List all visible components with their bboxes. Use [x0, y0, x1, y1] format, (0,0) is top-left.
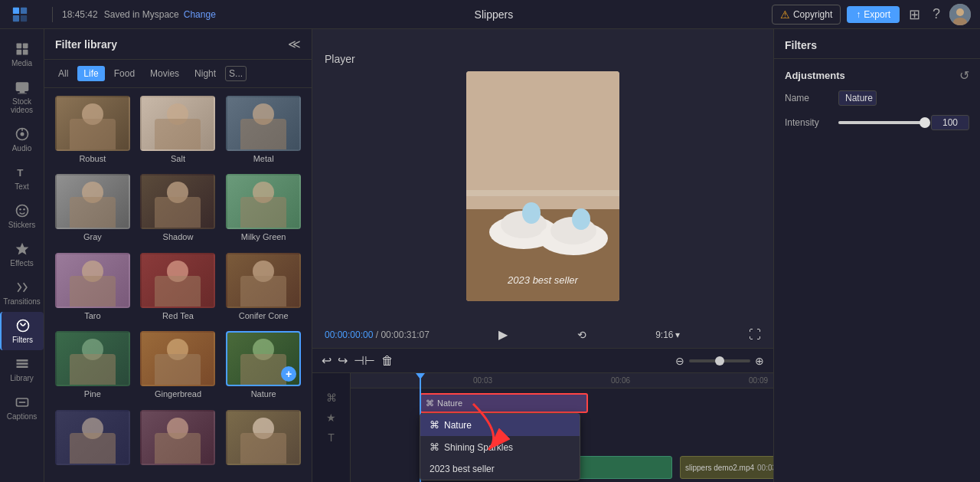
player-header: Player	[325, 50, 761, 71]
intensity-thumb[interactable]	[920, 117, 930, 128]
sidebar-item-transitions[interactable]: Transitions	[0, 274, 44, 312]
sidebar-item-effects[interactable]: Effects	[0, 235, 44, 274]
tab-life[interactable]: Life	[77, 66, 104, 81]
filter-item-shadow[interactable]: Shadow	[138, 174, 219, 248]
sidebar-item-filters[interactable]: Filters	[0, 312, 44, 350]
tab-night[interactable]: Night	[188, 66, 222, 81]
filter-item-nature[interactable]: + Nature	[223, 331, 304, 405]
filter-thumb-salt[interactable]	[140, 96, 215, 151]
filter-item-metal[interactable]: Metal	[223, 96, 304, 169]
filter-thumb-gray[interactable]	[55, 174, 130, 229]
layer-menu-item-text[interactable]: 2023 best seller	[420, 458, 580, 480]
filter-item-gray[interactable]: Gray	[52, 174, 133, 248]
intensity-slider[interactable]	[838, 121, 925, 124]
app-logo[interactable]	[9, 4, 31, 25]
filter-label-salt: Salt	[171, 154, 185, 163]
layer-menu-item-nature[interactable]: ⌘ Nature	[420, 414, 580, 436]
svg-rect-10	[22, 50, 28, 55]
zoom-in-button[interactable]: ⊕	[755, 355, 764, 367]
filter-thumb-milkygreen[interactable]	[226, 174, 301, 229]
filter-thumb-taro[interactable]	[55, 253, 130, 308]
svg-text:T: T	[17, 167, 23, 179]
layer-menu-item-sparkles[interactable]: ⌘ Shining Sparkles	[420, 436, 580, 458]
player-video: 2023 best seller	[466, 71, 619, 301]
sidebar-item-audio[interactable]: Audio	[0, 120, 44, 159]
name-label: Name	[785, 93, 838, 103]
sidebar-item-library[interactable]: Library	[0, 350, 44, 389]
filter-label-nature: Nature	[251, 389, 276, 398]
layout-icon[interactable]: ⊞	[906, 3, 923, 26]
filter-grid: Robust Salt Metal Gray	[44, 88, 312, 482]
tiktok-icon[interactable]: ⟲	[577, 329, 586, 341]
zoom-slider[interactable]	[689, 359, 750, 362]
tracks-body: ⌘ Nature ⌘ Nature ⌘	[351, 389, 773, 482]
right-panel-title: Filters	[785, 39, 817, 51]
sidebar-item-stickers[interactable]: Stickers	[0, 197, 44, 235]
play-button[interactable]: ▶	[498, 327, 508, 342]
filter-thumb-conifercone[interactable]	[226, 253, 301, 308]
center-area: Player	[312, 29, 773, 482]
filter-clip-nature[interactable]: ⌘ Nature	[420, 393, 588, 413]
filter-item-conifercone[interactable]: Conifer Cone	[223, 253, 304, 326]
sidebar-item-stock[interactable]: Stock videos	[0, 74, 44, 120]
filter-item-extra1[interactable]	[52, 410, 133, 474]
video-clip-2[interactable]: slippers demo2.mp4 00:03:03	[680, 456, 773, 479]
right-panel: Filters Adjustments ↺ Name Nature Intens…	[773, 29, 980, 482]
filter-thumb-pine[interactable]	[55, 331, 130, 386]
divider	[52, 7, 53, 22]
redo-button[interactable]: ↪	[338, 353, 348, 368]
filter-label-taro: Taro	[84, 311, 100, 320]
change-link[interactable]: Change	[184, 9, 216, 20]
filter-item-extra3[interactable]	[223, 410, 304, 474]
tab-movies[interactable]: Movies	[144, 66, 185, 81]
filter-thumb-redtea[interactable]	[140, 253, 215, 308]
filter-item-redtea[interactable]: Red Tea	[138, 253, 219, 326]
copyright-button[interactable]: ⚠ Copyright	[772, 5, 841, 25]
svg-rect-13	[18, 93, 27, 94]
tab-more-dropdown[interactable]: S...	[225, 66, 247, 81]
delete-button[interactable]: 🗑	[381, 354, 394, 368]
sidebar-item-text[interactable]: T Text	[0, 159, 44, 197]
filter-label-pine: Pine	[84, 389, 101, 398]
filter-thumb-gingerbread[interactable]	[140, 331, 215, 386]
svg-rect-12	[19, 91, 24, 93]
filter-item-gingerbread[interactable]: Gingerbread	[138, 331, 219, 405]
aspect-ratio-button[interactable]: 9:16 ▾	[655, 330, 679, 340]
sidebar-item-media[interactable]: Media	[0, 35, 44, 74]
split-button[interactable]: ⊣⊢	[354, 353, 375, 368]
filter-item-robust[interactable]: Robust	[52, 96, 133, 169]
filter-item-taro[interactable]: Taro	[52, 253, 133, 326]
fullscreen-button[interactable]: ⛶	[749, 328, 761, 342]
filter-item-extra2[interactable]	[138, 410, 219, 474]
filter-label-shadow: Shadow	[163, 232, 194, 241]
filter-thumb-metal[interactable]	[226, 96, 301, 151]
sidebar-item-captions[interactable]: Captions	[0, 389, 44, 427]
export-button[interactable]: ↑ Export	[847, 6, 900, 23]
avatar[interactable]	[949, 4, 971, 25]
filter-item-pine[interactable]: Pine	[52, 331, 133, 405]
collapse-panel-button[interactable]: ≪	[288, 37, 301, 51]
filter-thumb-nature[interactable]: +	[226, 331, 301, 386]
filter-thumb-robust[interactable]	[55, 96, 130, 151]
undo-button[interactable]: ↩	[322, 353, 332, 368]
svg-point-35	[572, 208, 590, 230]
zoom-out-button[interactable]: ⊖	[675, 355, 684, 367]
filter-add-button[interactable]: +	[281, 366, 296, 382]
reset-adjustments-button[interactable]: ↺	[959, 68, 969, 83]
filter-item-salt[interactable]: Salt	[138, 96, 219, 169]
help-icon[interactable]: ?	[929, 3, 943, 25]
tab-food[interactable]: Food	[108, 66, 141, 81]
filter-thumb-extra3[interactable]	[226, 410, 301, 465]
sidebar-item-audio-label: Audio	[12, 144, 32, 152]
filter-thumb-shadow[interactable]	[140, 174, 215, 229]
timeline-ruler: 00:03 00:06 00:09 00:12	[351, 373, 773, 389]
upload-icon: ↑	[856, 9, 861, 20]
tab-all[interactable]: All	[52, 66, 74, 81]
filter-label-robust: Robust	[79, 154, 106, 163]
filter-thumb-extra2[interactable]	[140, 410, 215, 465]
filter-track-row: ⌘ Nature ⌘ Nature ⌘	[351, 392, 773, 453]
svg-rect-7	[16, 44, 21, 49]
filter-thumb-extra1[interactable]	[55, 410, 130, 465]
filter-track-label: ⌘	[323, 389, 340, 407]
filter-item-milkygreen[interactable]: Milky Green	[223, 174, 304, 248]
